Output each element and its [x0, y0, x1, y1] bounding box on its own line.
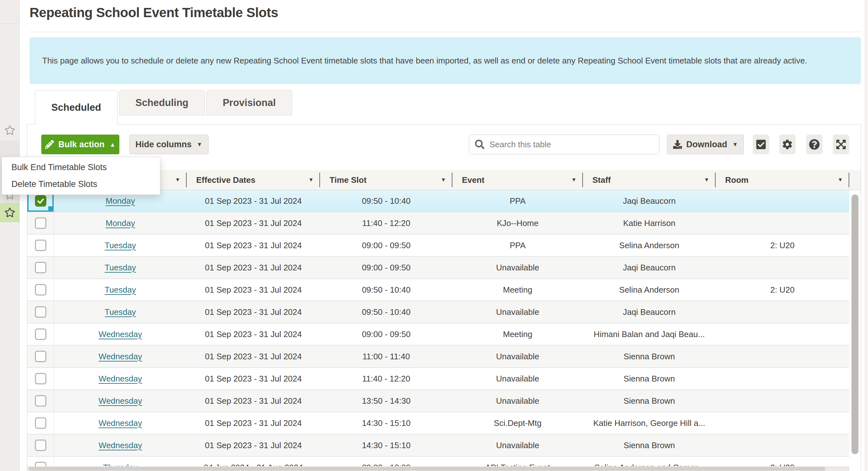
day-link[interactable]: Tuesday — [105, 307, 136, 317]
bulk-select-icon-button[interactable] — [753, 134, 769, 154]
day-link[interactable]: Wednesday — [99, 374, 142, 384]
event-cell: Unavailable — [453, 346, 583, 367]
dates-cell: 01 Sep 2023 - 31 Jul 2024 — [187, 412, 320, 434]
time-cell: 09:00 - 09:50 — [320, 234, 453, 256]
day-link[interactable]: Monday — [106, 218, 135, 228]
row-checkbox[interactable] — [35, 262, 46, 273]
day-link[interactable]: Wednesday — [99, 352, 142, 362]
column-header-filler — [849, 170, 861, 190]
event-cell: PPA — [453, 190, 583, 212]
vertical-scrollbar[interactable] — [851, 194, 859, 454]
day-link[interactable]: Wednesday — [99, 418, 142, 428]
staff-cell: Selina Anderson and Camer... — [583, 457, 716, 467]
time-value: 11:00 - 11:40 — [363, 352, 410, 362]
tab-scheduling[interactable]: Scheduling — [119, 90, 205, 116]
search-input[interactable] — [490, 140, 655, 150]
checkbox-cell — [27, 234, 54, 256]
hide-columns-button[interactable]: Hide columns ▼ — [129, 134, 209, 154]
column-menu-caret-icon[interactable]: ▼ — [441, 177, 446, 183]
time-cell: 09:50 - 10:40 — [320, 301, 453, 323]
row-checkbox[interactable] — [35, 306, 46, 318]
time-cell: 13:50 - 14:30 — [320, 390, 453, 412]
dates-value: 01 Sep 2023 - 31 Jul 2024 — [205, 418, 302, 428]
dates-value: 01 Sep 2023 - 31 Jul 2024 — [205, 396, 302, 406]
tab-provisional[interactable]: Provisional — [206, 90, 292, 116]
menu-item-delete-timetable-slots[interactable]: Delete Timetable Slots — [2, 176, 160, 193]
column-menu-caret-icon[interactable]: ▼ — [571, 177, 577, 183]
download-icon — [673, 140, 682, 149]
day-link[interactable]: Tuesday — [105, 263, 136, 273]
event-value: Unavailable — [496, 441, 539, 450]
row-checkbox[interactable] — [35, 195, 46, 207]
event-cell: PPA — [453, 234, 583, 256]
table-row: Wednesday01 Sep 2023 - 31 Jul 202411:40 … — [27, 368, 849, 390]
menu-item-bulk-end-timetable-slots[interactable]: Bulk End Timetable Slots — [2, 159, 160, 176]
event-value: Meeting — [503, 285, 532, 295]
row-checkbox[interactable] — [35, 328, 46, 340]
column-header-staff: Staff▼ — [583, 170, 716, 190]
day-link[interactable]: Wednesday — [99, 396, 142, 406]
day-link[interactable]: Wednesday — [99, 329, 142, 339]
dates-value: 01 Sep 2023 - 31 Jul 2024 — [205, 285, 302, 295]
horizontal-scrollbar-thumb[interactable] — [29, 467, 826, 471]
dates-cell: 01 Sep 2023 - 31 Jul 2024 — [187, 190, 320, 212]
dates-value: 01 Sep 2023 - 31 Jul 2024 — [205, 241, 302, 250]
day-link[interactable]: Tuesday — [105, 285, 136, 295]
column-menu-caret-icon[interactable]: ▼ — [308, 177, 314, 183]
day-link[interactable]: Wednesday — [99, 441, 142, 450]
bulk-action-button[interactable]: Bulk action ▲ — [41, 134, 119, 154]
time-cell: 09:50 - 10:40 — [320, 279, 453, 301]
row-checkbox[interactable] — [35, 240, 46, 251]
fullscreen-button[interactable] — [833, 134, 849, 154]
time-cell: 09:00 - 09:50 — [320, 323, 453, 345]
tab-scheduled[interactable]: Scheduled — [35, 90, 118, 124]
help-button[interactable] — [806, 134, 823, 154]
table-row: Wednesday01 Sep 2023 - 31 Jul 202411:00 … — [27, 346, 849, 368]
staff-cell: Katie Harrison — [583, 212, 716, 234]
room-value: 2: U20 — [770, 241, 795, 250]
row-checkbox[interactable] — [35, 440, 46, 451]
column-menu-caret-icon[interactable]: ▼ — [175, 177, 180, 183]
row-checkbox[interactable] — [35, 417, 46, 429]
row-checkbox[interactable] — [35, 462, 46, 467]
table-row: Tuesday01 Sep 2023 - 31 Jul 202409:00 - … — [27, 234, 849, 257]
row-checkbox[interactable] — [35, 373, 46, 384]
dates-cell: 01 Sep 2023 - 31 Jul 2024 — [187, 212, 320, 234]
event-cell: Meeting — [453, 323, 583, 345]
tab-bar: ScheduledSchedulingProvisional — [35, 90, 292, 124]
column-menu-caret-icon[interactable]: ▼ — [704, 177, 709, 183]
column-label: Time Slot — [320, 175, 367, 185]
settings-button[interactable] — [779, 134, 796, 154]
column-menu-caret-icon[interactable]: ▼ — [838, 177, 843, 183]
time-cell: 09:50 - 10:40 — [320, 190, 453, 212]
day-link[interactable]: Monday — [106, 196, 135, 206]
title-divider — [30, 32, 861, 32]
room-cell — [716, 435, 849, 456]
download-button[interactable]: Download ▼ — [667, 134, 744, 154]
time-value: 09:50 - 10:40 — [362, 307, 410, 317]
row-checkbox[interactable] — [35, 217, 46, 229]
checkbox-cell — [27, 368, 54, 389]
favorite-star-icon[interactable] — [4, 125, 15, 135]
day-cell: Tuesday — [54, 279, 187, 301]
question-circle-icon — [809, 139, 820, 150]
day-link[interactable]: Tuesday — [105, 241, 136, 250]
staff-cell: Sienna Brown — [583, 390, 716, 412]
horizontal-scrollbar[interactable] — [27, 466, 849, 471]
staff-cell: Himani Balan and Jaqi Beau... — [583, 323, 716, 345]
room-value: 2: U20 — [770, 285, 795, 295]
staff-value: Sienna Brown — [623, 441, 675, 450]
row-checkbox[interactable] — [35, 284, 46, 295]
row-checkbox[interactable] — [35, 395, 46, 407]
row-checkbox[interactable] — [35, 351, 46, 362]
column-label: Effective Dates — [187, 175, 255, 185]
left-sidebar — [0, 0, 20, 471]
event-cell: Unavailable — [453, 435, 583, 456]
day-cell: Wednesday — [54, 435, 187, 456]
time-value: 09:00 - 09:50 — [362, 241, 410, 250]
event-value: KJo--Home — [497, 218, 538, 228]
tab-label: Scheduling — [135, 97, 188, 108]
favorite-star-icon-active[interactable] — [4, 207, 15, 218]
day-cell: Wednesday — [54, 346, 187, 367]
event-value: Unavailable — [496, 374, 539, 384]
